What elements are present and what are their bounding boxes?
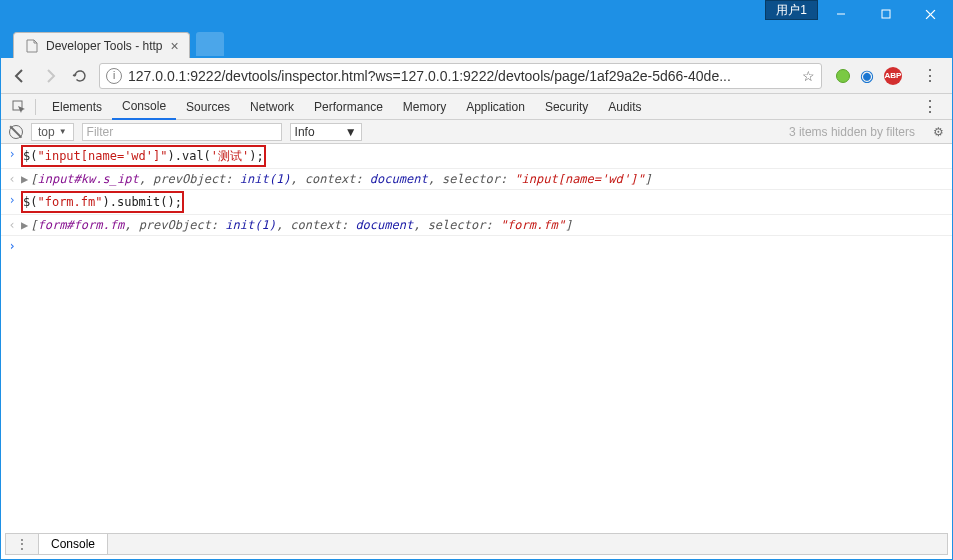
separator — [35, 99, 36, 115]
new-tab-button[interactable] — [196, 32, 224, 56]
highlighted-command: $("input[name='wd']").val('测试'); — [21, 145, 266, 167]
gear-icon[interactable]: ⚙ — [933, 125, 944, 139]
user-badge[interactable]: 用户1 — [765, 0, 818, 20]
inspect-element-icon[interactable] — [9, 100, 29, 114]
console-output: ›$("input[name='wd']").val('测试');‹▶[inpu… — [1, 144, 952, 256]
console-prompt[interactable]: › — [1, 236, 952, 256]
close-icon[interactable]: × — [171, 38, 179, 54]
devtools-tab-elements[interactable]: Elements — [42, 94, 112, 120]
file-icon — [24, 38, 40, 54]
devtools-menu-button[interactable]: ⋮ — [916, 97, 944, 116]
filter-input[interactable]: Filter — [82, 123, 282, 141]
drawer-tab-console[interactable]: Console — [39, 534, 108, 554]
window-frame: Developer Tools - http × i 127.0.0.1:922… — [0, 28, 953, 560]
log-level-selector[interactable]: Info ▼ — [290, 123, 362, 141]
devtools-tab-memory[interactable]: Memory — [393, 94, 456, 120]
devtools-drawer-bar: ⋮ Console — [5, 533, 948, 555]
extension-icons: ◉ ABP — [830, 66, 908, 85]
console-output-line: ‹▶[form#form.fm, prevObject: init(1), co… — [1, 215, 952, 236]
svg-rect-1 — [882, 10, 890, 18]
site-info-icon[interactable]: i — [106, 68, 122, 84]
context-label: top — [38, 125, 55, 139]
bookmark-star-icon[interactable]: ☆ — [802, 68, 815, 84]
chevron-down-icon: ▼ — [345, 125, 357, 139]
devtools-tab-audits[interactable]: Audits — [598, 94, 651, 120]
hidden-items-text: 3 items hidden by filters — [789, 125, 915, 139]
drawer-menu-button[interactable]: ⋮ — [6, 534, 39, 554]
extension-green-dot-icon[interactable] — [836, 69, 850, 83]
maximize-button[interactable] — [863, 0, 908, 28]
reload-button[interactable] — [69, 65, 91, 87]
prompt-icon: › — [3, 191, 21, 209]
extension-abp-icon[interactable]: ABP — [884, 67, 902, 85]
log-level-label: Info — [295, 125, 315, 139]
clear-console-icon[interactable] — [9, 125, 23, 139]
console-toolbar: top ▼ Filter Info ▼ 3 items hidden by fi… — [1, 120, 952, 144]
expand-triangle-icon[interactable]: ▶ — [21, 170, 28, 188]
forward-button[interactable] — [39, 65, 61, 87]
devtools-tab-performance[interactable]: Performance — [304, 94, 393, 120]
url-text: 127.0.0.1:9222/devtools/inspector.html?w… — [128, 68, 796, 84]
devtools-tab-sources[interactable]: Sources — [176, 94, 240, 120]
devtools-tabbar: ElementsConsoleSourcesNetworkPerformance… — [1, 94, 952, 120]
context-selector[interactable]: top ▼ — [31, 123, 74, 141]
extension-eye-icon[interactable]: ◉ — [860, 66, 874, 85]
filter-placeholder: Filter — [87, 125, 114, 139]
chevron-down-icon: ▼ — [59, 127, 67, 136]
console-line-content[interactable]: $("input[name='wd']").val('测试'); — [21, 145, 946, 167]
console-line-content[interactable]: ▶[input#kw.s_ipt, prevObject: init(1), c… — [21, 170, 946, 188]
devtools-tab-application[interactable]: Application — [456, 94, 535, 120]
console-input-line: ›$("form.fm").submit(); — [1, 190, 952, 215]
minimize-button[interactable] — [818, 0, 863, 28]
prompt-icon: › — [3, 237, 21, 255]
window-titlebar: 用户1 — [0, 0, 953, 28]
devtools-tab-network[interactable]: Network — [240, 94, 304, 120]
prompt-icon: › — [3, 145, 21, 163]
console-line-content[interactable]: $("form.fm").submit(); — [21, 191, 946, 213]
devtools-tab-security[interactable]: Security — [535, 94, 598, 120]
tab-title: Developer Tools - http — [46, 39, 163, 53]
console-output-line: ‹▶[input#kw.s_ipt, prevObject: init(1), … — [1, 169, 952, 190]
close-button[interactable] — [908, 0, 953, 28]
result-icon: ‹ — [3, 170, 21, 188]
devtools-tab-console[interactable]: Console — [112, 94, 176, 120]
toolbar: i 127.0.0.1:9222/devtools/inspector.html… — [1, 58, 952, 94]
result-icon: ‹ — [3, 216, 21, 234]
highlighted-command: $("form.fm").submit(); — [21, 191, 184, 213]
back-button[interactable] — [9, 65, 31, 87]
browser-tabstrip: Developer Tools - http × — [1, 28, 952, 58]
browser-menu-button[interactable]: ⋮ — [916, 66, 944, 85]
console-input-line: ›$("input[name='wd']").val('测试'); — [1, 144, 952, 169]
console-line-content[interactable]: ▶[form#form.fm, prevObject: init(1), con… — [21, 216, 946, 234]
expand-triangle-icon[interactable]: ▶ — [21, 216, 28, 234]
address-bar[interactable]: i 127.0.0.1:9222/devtools/inspector.html… — [99, 63, 822, 89]
browser-tab[interactable]: Developer Tools - http × — [13, 32, 190, 58]
